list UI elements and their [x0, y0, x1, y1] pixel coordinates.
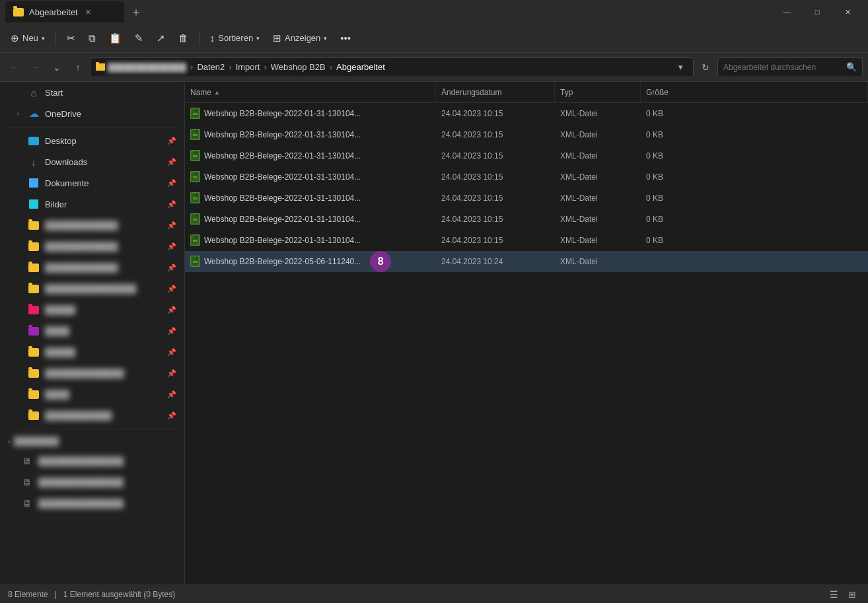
- col-header-date[interactable]: Änderungsdatum: [436, 82, 555, 102]
- sidebar-item-onedrive[interactable]: › ☁ OneDrive: [3, 103, 182, 124]
- nav-forward-button[interactable]: →: [26, 58, 45, 77]
- close-button[interactable]: ✕: [832, 1, 863, 22]
- table-row[interactable]: XML Webshop B2B-Belege-2022-01-31-130104…: [185, 166, 868, 188]
- tab-folder-icon: [13, 8, 24, 17]
- file-name: Webshop B2B-Belege-2022-01-31-130104...: [204, 236, 361, 245]
- xml-file-icon: XML: [190, 129, 200, 140]
- paste-button[interactable]: 📋: [104, 28, 127, 49]
- search-input[interactable]: [723, 63, 842, 72]
- more-button[interactable]: •••: [335, 28, 356, 49]
- new-tab-button[interactable]: ＋: [127, 3, 145, 21]
- file-type-cell: XML-Datei: [555, 172, 641, 182]
- path-root: ██████████████: [108, 63, 186, 72]
- cut-button[interactable]: ✂: [61, 28, 81, 49]
- table-row[interactable]: XML Webshop B2B-Belege-2022-01-31-130104…: [185, 188, 868, 209]
- rename-button[interactable]: ✎: [129, 28, 149, 49]
- file-name: Webshop B2B-Belege-2022-05-06-111240...: [204, 257, 361, 266]
- network-icon-2: 🖥: [21, 476, 33, 488]
- svg-text:XML: XML: [193, 133, 198, 137]
- file-type-cell: XML-Datei: [555, 151, 641, 160]
- tab-abgearbeitet[interactable]: Abgearbeitet ✕: [5, 1, 124, 22]
- sort-arrow-name: ▲: [214, 89, 220, 96]
- sidebar-item-start[interactable]: ⌂ Start: [3, 82, 182, 103]
- copy-button[interactable]: ⧉: [83, 28, 101, 49]
- toolbar-sep-2: [199, 30, 199, 46]
- xml-file-icon: XML: [190, 171, 200, 182]
- pin-icon-pictures: 📌: [167, 199, 176, 209]
- nav-back-button[interactable]: ←: [5, 58, 24, 77]
- sidebar-item-pinned-9[interactable]: ████ 📌: [3, 384, 182, 405]
- sidebar-item-documents[interactable]: Dokumente 📌: [3, 172, 182, 194]
- maximize-button[interactable]: □: [802, 1, 832, 22]
- col-header-name[interactable]: Name ▲: [185, 82, 436, 102]
- expand-icon-pictures: [13, 199, 22, 209]
- pin-icon-desktop: 📌: [167, 136, 176, 145]
- address-path[interactable]: ██████████████ › Daten2 › Import › Websh…: [90, 57, 694, 77]
- col-type-label: Typ: [560, 88, 573, 97]
- table-row[interactable]: XML Webshop B2B-Belege-2022-01-31-130104…: [185, 145, 868, 166]
- sidebar-label-downloads: Downloads: [45, 157, 162, 167]
- share-button[interactable]: ↗: [151, 28, 170, 49]
- sidebar-label-pinned-1: ████████████: [45, 221, 162, 231]
- sidebar-item-network-1[interactable]: 🖥 ██████████████: [3, 450, 182, 472]
- sidebar-item-pinned-10[interactable]: ███████████ 📌: [3, 405, 182, 426]
- sidebar-item-network-2[interactable]: 🖥 ██████████████: [3, 472, 182, 493]
- sidebar-item-pinned-3[interactable]: ████████████ 📌: [3, 257, 182, 278]
- path-folder-icon: [96, 63, 105, 71]
- table-row[interactable]: XML Webshop B2B-Belege-2022-01-31-130104…: [185, 124, 868, 145]
- sidebar-network-header[interactable]: › ████████: [0, 432, 184, 450]
- col-header-size[interactable]: Größe: [641, 82, 868, 102]
- folder-icon-pinned-9: [28, 388, 40, 400]
- nav-up-button[interactable]: ↑: [69, 58, 87, 77]
- file-date-cell: 24.04.2023 10:15: [436, 194, 555, 203]
- tab-label: Abgearbeitet: [29, 7, 78, 17]
- minimize-button[interactable]: —: [772, 1, 802, 22]
- delete-button[interactable]: 🗑: [173, 28, 194, 49]
- sort-button[interactable]: ↕ Sortieren ▾: [205, 28, 265, 49]
- path-dropdown-button[interactable]: ▾: [673, 58, 688, 77]
- window-controls: — □ ✕: [772, 1, 863, 22]
- view-button[interactable]: ⊞ Anzeigen ▾: [268, 28, 332, 49]
- paste-icon: 📋: [109, 32, 122, 44]
- pin-icon-documents: 📌: [167, 178, 176, 188]
- sidebar-item-network-3[interactable]: 🖥 ██████████████: [3, 493, 182, 514]
- sidebar-item-pinned-5[interactable]: █████ 📌: [3, 299, 182, 320]
- view-details-button[interactable]: ☰: [826, 587, 842, 602]
- sidebar-item-pinned-7[interactable]: █████ 📌: [3, 341, 182, 363]
- sidebar-label-network-3: ██████████████: [38, 499, 176, 509]
- tab-close-button[interactable]: ✕: [83, 7, 94, 17]
- sidebar-item-pinned-2[interactable]: ████████████ 📌: [3, 236, 182, 257]
- sidebar-label-network-1: ██████████████: [38, 456, 176, 466]
- file-type-cell: XML-Datei: [555, 130, 641, 139]
- table-row[interactable]: XML Webshop B2B-Belege-2022-01-31-130104…: [185, 103, 868, 124]
- table-row[interactable]: XML Webshop B2B-Belege-2022-01-31-130104…: [185, 230, 868, 251]
- view-label: Anzeigen: [285, 33, 320, 43]
- table-row[interactable]: XML Webshop B2B-Belege-2022-01-31-130104…: [185, 209, 868, 230]
- new-button[interactable]: ⊕ Neu ▾: [5, 28, 50, 49]
- sidebar-item-pinned-8[interactable]: █████████████ 📌: [3, 363, 182, 384]
- file-date-cell: 24.04.2023 10:15: [436, 236, 555, 245]
- folder-icon-pinned-6: [28, 325, 40, 337]
- sidebar-item-pinned-1[interactable]: ████████████ 📌: [3, 215, 182, 236]
- refresh-button[interactable]: ↻: [696, 58, 715, 77]
- table-row[interactable]: XML Webshop B2B-Belege-2022-05-06-111240…: [185, 251, 868, 272]
- search-box[interactable]: 🔍: [717, 57, 863, 77]
- file-name: Webshop B2B-Belege-2022-01-31-130104...: [204, 215, 361, 224]
- col-size-label: Größe: [646, 88, 669, 97]
- xml-file-icon: XML: [190, 213, 200, 225]
- col-header-type[interactable]: Typ: [555, 82, 641, 102]
- expand-icon-onedrive: ›: [13, 109, 22, 118]
- nav-recent-button[interactable]: ⌄: [48, 58, 66, 77]
- file-date-cell: 24.04.2023 10:15: [436, 130, 555, 139]
- sidebar-item-pictures[interactable]: Bilder 📌: [3, 194, 182, 215]
- view-grid-button[interactable]: ⊞: [844, 587, 860, 602]
- home-icon: ⌂: [28, 87, 40, 98]
- sidebar-item-pinned-4[interactable]: ███████████████ 📌: [3, 278, 182, 299]
- sidebar-item-desktop[interactable]: Desktop 📌: [3, 130, 182, 151]
- delete-icon: 🗑: [178, 32, 188, 44]
- sidebar-divider-2: [5, 429, 179, 429]
- sidebar-item-pinned-6[interactable]: ████ 📌: [3, 320, 182, 341]
- xml-file-icon: XML: [190, 150, 200, 161]
- file-name: Webshop B2B-Belege-2022-01-31-130104...: [204, 109, 361, 118]
- sidebar-item-downloads[interactable]: ↓ Downloads 📌: [3, 151, 182, 172]
